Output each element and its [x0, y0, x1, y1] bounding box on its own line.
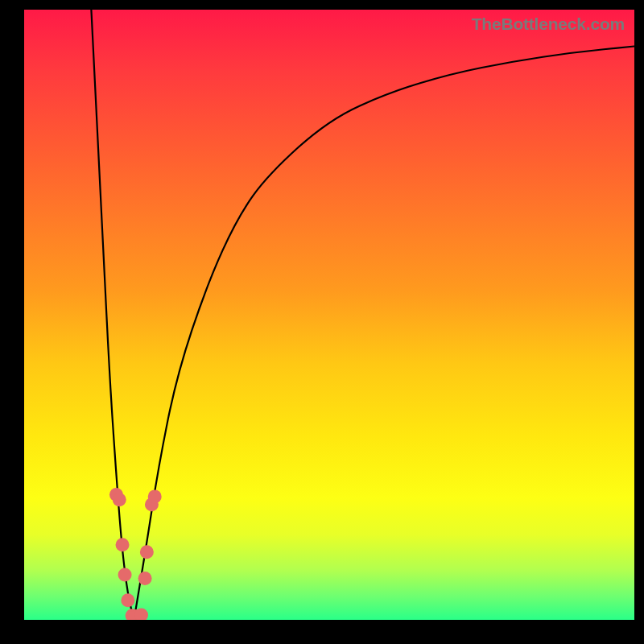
- data-point: [138, 572, 152, 585]
- data-point: [116, 538, 130, 551]
- curve-left-branch: [91, 10, 134, 620]
- curve-right-branch: [134, 46, 634, 620]
- data-point: [121, 593, 134, 607]
- plot-area: TheBottleneck.com: [24, 10, 634, 620]
- data-point: [113, 493, 126, 506]
- chart-frame: TheBottleneck.com: [0, 0, 644, 644]
- data-point: [148, 489, 162, 503]
- data-point: [140, 545, 154, 559]
- curve-group: [91, 10, 634, 620]
- data-point: [118, 568, 132, 581]
- chart-svg: [24, 10, 634, 620]
- points-group: [109, 488, 162, 620]
